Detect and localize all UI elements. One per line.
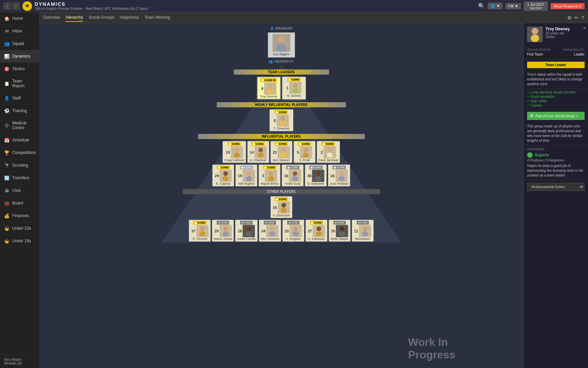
player-card-gomes[interactable]: CORE 1 H. Gomes: [282, 77, 306, 99]
sidebar-item-scouting[interactable]: 🔭 Scouting: [0, 159, 39, 172]
team-leader-badge: Team Leader: [527, 62, 585, 68]
manager-name: Dan Biggins: [273, 52, 290, 56]
sidebar-item-u18[interactable]: 👦 Under 18s: [0, 235, 39, 247]
svg-point-7: [280, 116, 285, 121]
player-card-gray[interactable]: CORE 16 Andre Gray: [282, 165, 304, 186]
sidebar-item-club[interactable]: 🏛 Club: [0, 184, 39, 197]
other-featured-row: CORE 16 A. Doucoure: [271, 196, 292, 218]
tab-hierarchy[interactable]: Hierarchy: [66, 14, 83, 22]
sidebar-item-home[interactable]: 🏠 Home: [0, 12, 39, 25]
sidebar-item-training[interactable]: ⚽ Training: [0, 105, 39, 117]
svg-point-43: [316, 227, 321, 231]
fm-button[interactable]: FM ▼: [505, 3, 521, 9]
svg-point-28: [315, 176, 321, 181]
team-info: DYNAMICS 18th in English Premier Divisio…: [35, 1, 475, 11]
sub-nav-right: ⚙ ✏ ?: [567, 15, 584, 20]
tab-happiness[interactable]: Happiness: [120, 14, 139, 22]
must-respond-button[interactable]: Must Respond 0: [551, 3, 585, 9]
player-card-kabasele-c[interactable]: CORE 27 C. Kabasele: [306, 220, 327, 242]
right-panel: Troy Deeney 29 years old Striker × SQUAD…: [523, 23, 588, 368]
player-card-prodi[interactable]: CORE 5 S. Prodi: [294, 141, 315, 163]
close-panel-button[interactable]: ×: [583, 25, 586, 31]
player-card-zarate[interactable]: ●CORE 20 Mauro Zarate: [212, 220, 234, 242]
other-players-row: CORE 37 R. Pereyra ●CORE 20: [189, 220, 373, 242]
date-button[interactable]: 1 Jul 2017 Sat 0:00: [524, 1, 548, 11]
svg-point-18: [326, 153, 332, 157]
player-card-chalobah[interactable]: CORE 14 N. Chalobah: [247, 141, 269, 163]
sidebar-item-board[interactable]: 💼 Board: [0, 197, 39, 210]
sidebar-item-u23[interactable]: 👦 Under 23s: [0, 222, 39, 235]
social-group-desc: This group made up of players who are ge…: [524, 122, 588, 145]
player-card-kabasele-d[interactable]: CORE 30 D. Kabasele: [305, 165, 327, 186]
tab-team-meeting[interactable]: Team Meeting: [144, 14, 170, 22]
player-card-zeegele[interactable]: ●CORE 23 A. Zeegele: [282, 220, 304, 242]
panel-description: Troy's status within the squad is well e…: [524, 70, 588, 89]
svg-point-50: [531, 34, 539, 42]
settings-icon-btn[interactable]: ⚙: [567, 15, 572, 20]
svg-point-48: [362, 231, 368, 236]
player-card-troy-deeney[interactable]: CORE ➤ 9 Troy Deeney: [257, 77, 281, 99]
svg-point-0: [278, 36, 285, 43]
finances-icon: 💰: [4, 213, 10, 218]
sidebar-item-squad[interactable]: 👥 Squad: [0, 37, 39, 50]
player-card-wague[interactable]: ●CORE 19 Molla Wague: [329, 220, 350, 242]
player-card-britos[interactable]: CORE 3 Miguel Britos: [259, 165, 280, 186]
svg-point-13: [281, 148, 286, 152]
player-card-watson[interactable]: CORE 23 Ben Watson: [271, 141, 292, 163]
sidebar-item-competitions[interactable]: 🏆 Competitions: [0, 147, 39, 159]
panel-header: Troy Deeney 29 years old Striker ×: [524, 23, 588, 46]
player-card-richarlison[interactable]: ●CORE 11 Richarlison: [352, 220, 374, 242]
svg-point-9: [234, 148, 239, 152]
help-icon-btn[interactable]: ?: [581, 15, 584, 20]
edit-icon-btn[interactable]: ✏: [574, 15, 578, 20]
ambassadorial-dropdown[interactable]: Ambassadorial Duties: [527, 183, 585, 191]
sidebar-item-tactics[interactable]: 🎯 Tactics: [0, 63, 39, 75]
player-card-cathcart[interactable]: CORE 15 Craig Cathcart: [223, 141, 246, 163]
next-match-section: Next Match Wmbldn (A): [0, 355, 39, 368]
hierarchy-label: 👥 HIERARCHY: [268, 60, 294, 63]
staff-icon: 👤: [4, 95, 10, 101]
player-card-capoue[interactable]: CORE 29 E. Capoue: [212, 165, 234, 186]
player-card-pereyra[interactable]: CORE 37 R. Pereyra: [189, 220, 211, 242]
sidebar: 🏠 Home ✉ Inbox 👥 Squad 📊 Dynamics 🎯 Tact…: [0, 12, 39, 368]
sidebar-item-inbox[interactable]: ✉ Inbox: [0, 25, 39, 37]
hierarchy-content: 👤 MANAGER Dan Biggins 👥 HIERARCHY: [39, 23, 588, 368]
nav-forward[interactable]: ›: [12, 2, 20, 10]
club-icon: 🏛: [4, 188, 10, 193]
sidebar-item-finances[interactable]: 💰 Finances: [0, 210, 39, 222]
svg-point-23: [269, 171, 273, 176]
panel-player-age: 29 years old: [545, 31, 585, 35]
happiness-section: HAPPINESS › Superb 4 Positives / 0 Negat…: [524, 145, 588, 180]
player-card-janmaat[interactable]: CORE 2 Daryl Janmaat: [317, 141, 340, 163]
nav-back[interactable]: ‹: [3, 2, 11, 10]
player-card-holebas[interactable]: CORE 26 Jose Holebas: [328, 165, 350, 186]
tactics-icon: 🎯: [4, 66, 10, 72]
home-icon: 🏠: [4, 16, 10, 21]
svg-point-8: [279, 121, 285, 126]
sidebar-item-medical[interactable]: ➕ Medical Centre: [0, 117, 39, 134]
medical-icon: ➕: [4, 123, 10, 128]
sidebar-item-dynamics[interactable]: 📊 Dynamics: [0, 50, 39, 63]
u23-icon: 👦: [4, 226, 10, 231]
social-group-button[interactable]: ♻ Part of Core Social Group >: [527, 112, 585, 120]
player-card-doucoure[interactable]: CORE 16 A. Doucoure: [271, 196, 292, 218]
influential-row2: CORE 29 E. Capoue CORE: [212, 165, 350, 186]
sidebar-item-schedule[interactable]: 📅 Schedule: [0, 134, 39, 147]
sidebar-item-transfers[interactable]: 🔄 Transfers: [0, 172, 39, 184]
globe-button[interactable]: 🌐 ▼: [488, 3, 503, 9]
u18-icon: 👦: [4, 238, 10, 244]
search-button[interactable]: 🔍: [478, 3, 485, 9]
sidebar-item-team-report[interactable]: 📋 Team Report: [0, 75, 39, 92]
player-card-cleverley[interactable]: CORE 8 T. Cleverley: [270, 109, 293, 131]
svg-point-19: [224, 171, 228, 176]
tab-social-groups[interactable]: Social Groups: [88, 14, 114, 22]
player-card-femenia[interactable]: ●CORE 24 Kiko Femenia: [259, 220, 281, 242]
tab-overview[interactable]: Overview: [43, 14, 60, 22]
manager-card[interactable]: Dan Biggins: [268, 32, 295, 58]
player-card-carrillo[interactable]: ●CORE 18 Andre Carrillo: [235, 220, 257, 242]
svg-point-20: [223, 176, 229, 181]
sidebar-item-staff[interactable]: 👤 Staff: [0, 92, 39, 105]
schedule-icon: 📅: [4, 137, 10, 143]
player-card-hughes[interactable]: CORE 19 Will Hughes: [235, 165, 257, 186]
bullet-captain: + Captain: [527, 104, 585, 107]
